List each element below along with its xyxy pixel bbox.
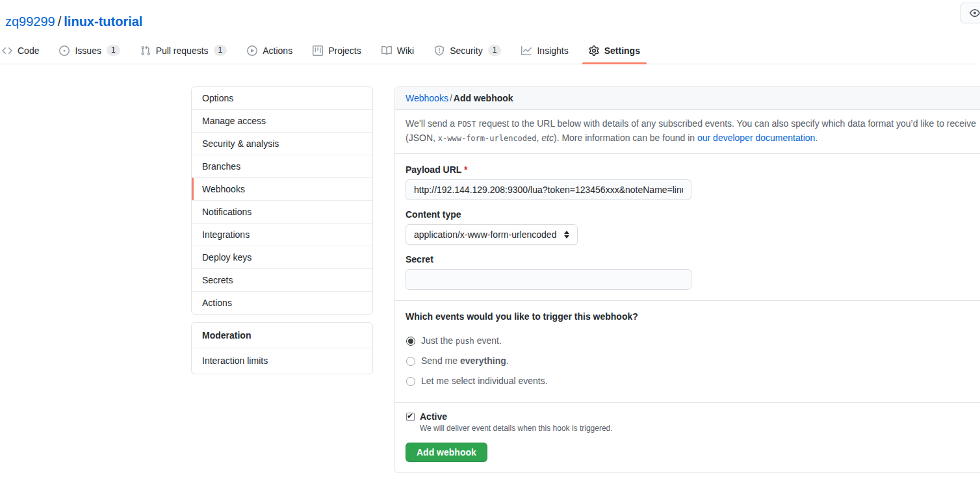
breadcrumb-separator: /	[55, 14, 64, 29]
active-note: We will deliver event details when this …	[420, 424, 980, 433]
option-label: Just the push event.	[421, 335, 502, 346]
secret-label: Secret	[406, 254, 980, 264]
payload-url-label: Payload URL *	[406, 164, 980, 175]
repo-name-link[interactable]: linux-tutorial	[64, 14, 142, 29]
content-type-label: Content type	[406, 209, 980, 220]
radio-everything[interactable]	[406, 357, 415, 366]
project-icon	[313, 45, 323, 56]
panel-breadcrumb: Webhooks/Add webhook	[395, 87, 980, 110]
active-label: Active	[420, 411, 447, 422]
git-pull-request-icon	[140, 45, 151, 56]
issue-opened-icon	[59, 45, 70, 56]
eye-icon	[970, 8, 980, 18]
tab-label: Issues	[75, 45, 101, 56]
required-asterisk: *	[464, 164, 467, 175]
description-text: ). More information can be found in	[554, 133, 697, 143]
sidebar-item-security-analysis[interactable]: Security & analysis	[192, 132, 372, 155]
push-code: push	[456, 337, 474, 346]
play-icon	[247, 45, 257, 56]
code-icon	[2, 45, 12, 56]
etc-emphasis: etc	[541, 133, 554, 143]
option-bold-text: everything	[460, 355, 506, 366]
sidebar-item-deploy-keys[interactable]: Deploy keys	[192, 246, 372, 268]
pull-requests-count-badge: 1	[214, 45, 227, 56]
tab-insights[interactable]: Insights	[515, 37, 574, 64]
book-icon	[381, 45, 392, 56]
settings-sidebar: Options Manage access Security & analysi…	[191, 86, 373, 382]
tab-label: Code	[18, 45, 39, 56]
tab-actions[interactable]: Actions	[240, 37, 299, 64]
developer-documentation-link[interactable]: our developer documentation	[697, 133, 815, 143]
sidebar-item-secrets[interactable]: Secrets	[192, 268, 372, 291]
breadcrumb: zq99299/linux-tutorial	[5, 14, 142, 29]
tab-label: Wiki	[397, 45, 414, 56]
tab-issues[interactable]: Issues 1	[53, 37, 126, 64]
webhook-description: We’ll send a POST request to the URL bel…	[395, 110, 980, 154]
moderation-menu-header: Moderation	[192, 323, 372, 348]
urlencoded-code: x-www-form-urlencoded	[438, 134, 537, 143]
option-text: Let me select individual events.	[421, 376, 548, 386]
watch-button[interactable]	[961, 3, 980, 23]
add-webhook-panel: Webhooks/Add webhook We’ll send a POST r…	[394, 86, 980, 473]
option-text: Send me	[421, 355, 460, 366]
radio-just-push[interactable]	[406, 337, 415, 346]
shield-icon	[434, 45, 445, 56]
content-type-select[interactable]: application/x-www-form-urlencoded	[406, 224, 578, 245]
sidebar-item-integrations[interactable]: Integrations	[192, 223, 372, 246]
option-label: Let me select individual events.	[421, 376, 548, 386]
event-option-just-push: Just the push event.	[406, 335, 980, 346]
repo-nav: Code Issues 1 Pull requests 1 Actions Pr…	[0, 37, 975, 64]
sidebar-item-notifications[interactable]: Notifications	[192, 200, 372, 223]
event-option-everything: Send me everything.	[406, 355, 980, 366]
sidebar-item-options[interactable]: Options	[192, 87, 372, 109]
description-text: We’ll send a	[406, 118, 458, 129]
panel-breadcrumb-current: Add webhook	[454, 93, 513, 103]
webhook-active-section: Active We will deliver event details whe…	[395, 403, 980, 472]
sidebar-item-branches[interactable]: Branches	[192, 155, 372, 177]
tab-label: Insights	[537, 45, 568, 56]
settings-menu: Options Manage access Security & analysi…	[191, 86, 373, 315]
sidebar-item-webhooks[interactable]: Webhooks	[192, 177, 372, 200]
sidebar-item-actions[interactable]: Actions	[192, 291, 372, 314]
tab-label: Settings	[604, 45, 640, 56]
tab-code[interactable]: Code	[0, 37, 45, 64]
tab-label: Actions	[263, 45, 292, 56]
payload-url-label-text: Payload URL	[406, 164, 461, 175]
content-type-value: application/x-www-form-urlencoded	[414, 229, 556, 240]
sidebar-item-interaction-limits[interactable]: Interaction limits	[192, 348, 372, 374]
gear-icon	[589, 45, 599, 56]
webhook-form-fields: Payload URL * Content type application/x…	[395, 154, 980, 301]
security-count-badge: 1	[488, 45, 502, 56]
graph-icon	[521, 45, 532, 56]
panel-breadcrumb-separator: /	[448, 93, 454, 103]
secret-input[interactable]	[406, 269, 691, 290]
webhooks-link[interactable]: Webhooks	[406, 93, 448, 103]
option-text: event.	[474, 335, 502, 346]
tab-projects[interactable]: Projects	[306, 37, 368, 64]
option-label: Send me everything.	[421, 355, 509, 366]
active-checkbox[interactable]	[406, 413, 415, 421]
tab-settings[interactable]: Settings	[582, 37, 647, 64]
tab-security[interactable]: Security 1	[428, 37, 508, 64]
tab-pull-requests[interactable]: Pull requests 1	[134, 37, 234, 64]
tab-label: Projects	[328, 45, 361, 56]
payload-url-input[interactable]	[406, 179, 691, 200]
moderation-menu: Moderation Interaction limits	[191, 322, 373, 374]
description-text: .	[815, 133, 818, 143]
tab-wiki[interactable]: Wiki	[375, 37, 420, 64]
add-webhook-button[interactable]: Add webhook	[406, 443, 487, 462]
post-code: POST	[458, 120, 476, 129]
select-caret-icon	[564, 231, 569, 239]
option-text: Just the	[421, 335, 456, 346]
option-text: .	[506, 355, 509, 366]
sidebar-item-manage-access[interactable]: Manage access	[192, 109, 372, 132]
issues-count-badge: 1	[107, 45, 120, 56]
events-question: Which events would you like to trigger t…	[406, 311, 980, 322]
radio-individual-events[interactable]	[406, 377, 415, 386]
event-option-individual: Let me select individual events.	[406, 376, 980, 386]
repo-owner-link[interactable]: zq99299	[5, 14, 55, 29]
tab-label: Pull requests	[156, 45, 209, 56]
webhook-events-section: Which events would you like to trigger t…	[395, 301, 980, 403]
tab-label: Security	[450, 45, 483, 56]
